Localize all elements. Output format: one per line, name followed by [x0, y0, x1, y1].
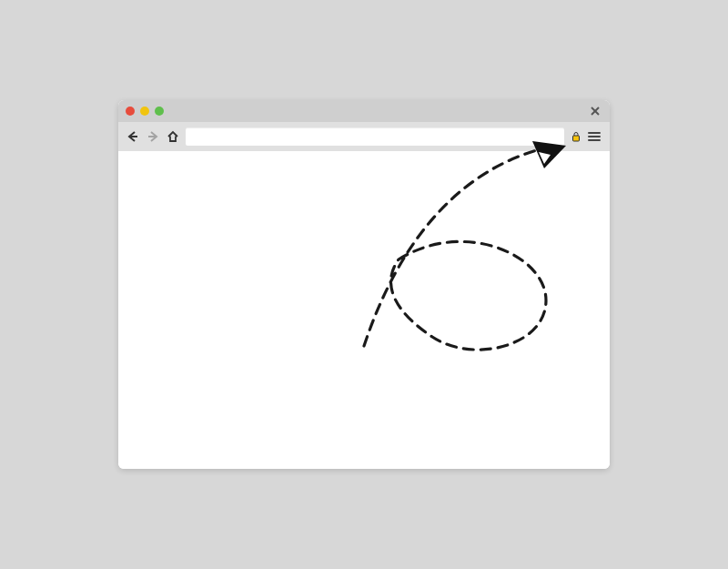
maximize-dot-icon[interactable]	[155, 107, 164, 116]
lock-icon	[570, 130, 582, 143]
minimize-dot-icon[interactable]	[140, 107, 149, 116]
browser-window	[118, 100, 610, 469]
back-button[interactable]	[126, 129, 140, 144]
home-button[interactable]	[166, 129, 180, 144]
menu-icon[interactable]	[588, 129, 602, 144]
address-bar[interactable]	[186, 127, 564, 146]
page-content	[118, 151, 610, 469]
svg-rect-4	[573, 136, 580, 141]
close-icon[interactable]	[588, 104, 602, 118]
toolbar	[118, 122, 610, 151]
close-dot-icon[interactable]	[126, 107, 135, 116]
titlebar	[118, 100, 610, 122]
forward-button[interactable]	[146, 129, 160, 144]
traffic-lights	[126, 107, 164, 116]
